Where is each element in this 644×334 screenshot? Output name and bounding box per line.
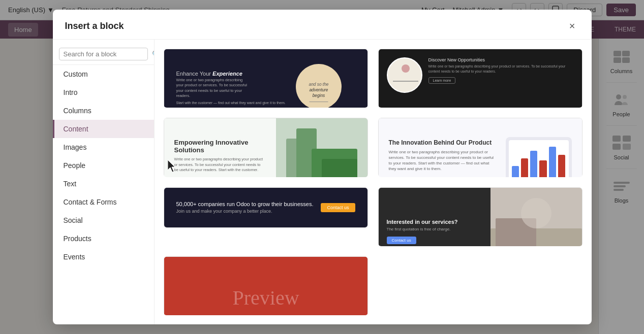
- bar-chart: [509, 140, 569, 178]
- bar1: [512, 166, 519, 178]
- search-input-row: 🔍: [59, 48, 148, 60]
- journey-top: Discover New Opportunities Write one or …: [387, 57, 574, 93]
- nav-item-images[interactable]: Images: [53, 138, 154, 156]
- nav-item-columns[interactable]: Columns: [53, 102, 154, 120]
- block-category-nav: 🔍 Custom Intro Columns Content Images Pe…: [53, 40, 155, 324]
- laptop-visual: [506, 137, 572, 178]
- bar6: [558, 155, 565, 178]
- card-preview-journey: Discover New Opportunities Write one or …: [378, 49, 582, 109]
- block-card-adventure[interactable]: Enhance Your Experience Write one or two…: [163, 48, 369, 109]
- search-input[interactable]: [64, 50, 149, 58]
- nav-item-custom[interactable]: Custom: [53, 65, 154, 83]
- building-text: Empowering Innovative Solutions Write on…: [164, 118, 276, 178]
- block-card-banner[interactable]: 50,000+ companies run Odoo to grow their…: [163, 186, 369, 247]
- block-card-red[interactable]: Preview: [163, 255, 369, 316]
- service-cta[interactable]: Contact us: [387, 237, 416, 244]
- building-title: Empowering Innovative Solutions: [174, 139, 266, 154]
- laptop-desc: Write one or two paragraphs describing y…: [389, 149, 498, 172]
- journey-desc: Write one or two paragraphs describing y…: [428, 64, 574, 74]
- svg-text:adventure: adventure: [309, 87, 328, 92]
- building-cta[interactable]: Contact Us: [174, 177, 207, 178]
- nav-item-products[interactable]: Products: [53, 229, 154, 248]
- service-sub: The first quotation is free of charge.: [387, 227, 482, 231]
- block-card-building[interactable]: Empowering Innovative Solutions Write on…: [163, 117, 369, 178]
- card-adventure-text: Enhance Your Experience Write one or two…: [176, 71, 286, 109]
- card-preview-red: Preview: [164, 256, 368, 316]
- modal-body: 🔍 Custom Intro Columns Content Images Pe…: [53, 40, 592, 324]
- bar3: [530, 151, 537, 178]
- svg-point-14: [402, 64, 410, 73]
- svg-text:and so the: and so the: [309, 82, 328, 87]
- card-adventure-desc: Write one or two paragraphs describing y…: [176, 78, 248, 99]
- service-text: Interested in our services? The first qu…: [379, 188, 490, 247]
- service-image: [490, 188, 582, 247]
- search-section: 🔍: [53, 44, 154, 65]
- card-enhance-label: Enhance Your Experience: [176, 71, 286, 77]
- svg-point-24: [521, 198, 551, 228]
- block-card-laptop[interactable]: The Innovation Behind Our Product Write …: [377, 117, 584, 178]
- journey-cta[interactable]: Learn more: [428, 77, 456, 84]
- banner-title: 50,000+ companies run Odoo to grow their…: [176, 201, 314, 207]
- modal-header: Insert a block ×: [53, 10, 592, 40]
- card-preview-building: Empowering Innovative Solutions Write on…: [164, 118, 368, 178]
- nav-item-intro[interactable]: Intro: [53, 83, 154, 102]
- service-title: Interested in our services?: [387, 219, 482, 225]
- bar2: [521, 158, 528, 178]
- card-preview-service: Interested in our services? The first qu…: [378, 187, 582, 247]
- banner-text: 50,000+ companies run Odoo to grow their…: [176, 201, 314, 214]
- banner-cta[interactable]: Contact us: [321, 203, 355, 212]
- card-adventure-sub: Start with the customer — find out what …: [176, 101, 286, 105]
- modal-close-button[interactable]: ×: [565, 19, 579, 33]
- card-adventure-cta[interactable]: Learn more: [176, 109, 205, 109]
- block-card-journey[interactable]: Discover New Opportunities Write one or …: [377, 48, 584, 109]
- card-adventure-circle: and so the adventure begins: [296, 64, 342, 109]
- building-desc: Write one or two paragraphs describing y…: [174, 157, 266, 173]
- bar5: [549, 147, 556, 178]
- block-grid: Enhance Your Experience Write one or two…: [155, 40, 592, 324]
- nav-item-content[interactable]: Content: [53, 120, 154, 138]
- insert-block-modal: Insert a block × 🔍 Custom Intro Columns …: [53, 10, 592, 324]
- laptop-title: The Innovation Behind Our Product: [389, 139, 498, 146]
- modal-overlay: Insert a block × 🔍 Custom Intro Columns …: [0, 0, 644, 334]
- building-image: [276, 118, 367, 178]
- bar4: [539, 160, 546, 178]
- banner-sub: Join us and make your company a better p…: [176, 209, 314, 214]
- journey-discover: Discover New Opportunities: [428, 57, 574, 62]
- svg-rect-20: [322, 159, 357, 178]
- card-preview-laptop: The Innovation Behind Our Product Write …: [378, 118, 582, 178]
- nav-item-text[interactable]: Text: [53, 175, 154, 193]
- card-preview-adventure: Enhance Your Experience Write one or two…: [164, 49, 368, 109]
- svg-text:Preview: Preview: [232, 286, 299, 309]
- nav-item-events[interactable]: Events: [53, 248, 154, 266]
- modal-title: Insert a block: [65, 21, 124, 31]
- laptop-text: The Innovation Behind Our Product Write …: [389, 139, 498, 178]
- nav-item-contact-forms[interactable]: Contact & Forms: [53, 193, 154, 211]
- red-card-content: Preview: [164, 257, 367, 316]
- journey-info: Discover New Opportunities Write one or …: [428, 57, 574, 84]
- card-adventure-visual: and so the adventure begins: [296, 64, 342, 109]
- card-preview-banner: 50,000+ companies run Odoo to grow their…: [164, 187, 368, 228]
- svg-text:begins: begins: [312, 93, 325, 98]
- svg-point-13: [389, 59, 422, 93]
- journey-circle: [387, 57, 422, 93]
- nav-item-people[interactable]: People: [53, 156, 154, 175]
- block-card-service[interactable]: Interested in our services? The first qu…: [377, 186, 584, 247]
- nav-item-social[interactable]: Social: [53, 211, 154, 229]
